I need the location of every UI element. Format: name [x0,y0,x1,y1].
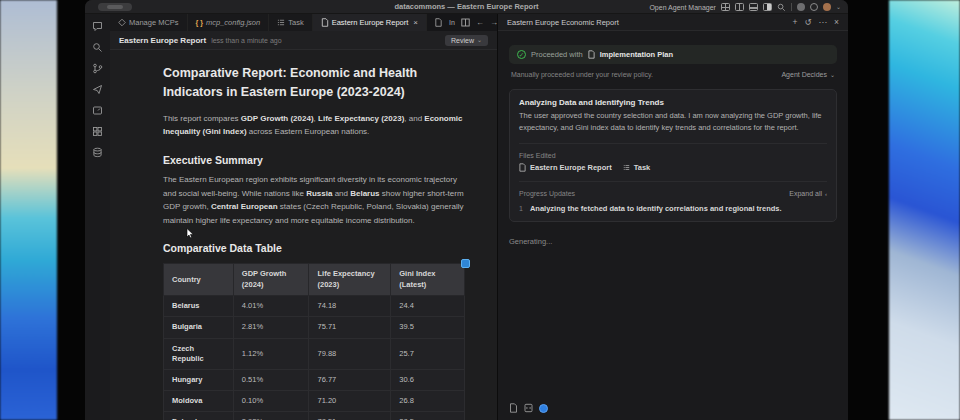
database-icon[interactable] [92,147,103,158]
tab-label: Eastern Europe Report [332,18,409,27]
file-chip-report[interactable]: Eastern Europe Report [519,163,612,172]
document-viewport[interactable]: Comparative Report: Economic and Health … [110,50,497,420]
implementation-plan-link[interactable]: Implementation Plan [600,50,673,59]
agent-panel-header: Eastern Europe Economic Report + ↺ ⋯ × [498,14,848,31]
send-agent-icon[interactable] [92,84,103,95]
inline-toggle[interactable]: In [449,19,455,26]
customize-layout-icon[interactable] [721,3,730,11]
table-row: Hungary0.51%76.7730.6 [164,369,465,390]
agent-decides-label: Agent Decides [781,71,827,78]
agent-panel-body: ✓ Proceeded with Implementation Plan Man… [498,31,848,403]
tab-label: Task [288,18,303,27]
extensions-icon[interactable] [92,126,103,137]
open-file-icon[interactable] [434,18,443,27]
check-icon: ✓ [517,50,526,59]
plan-file-icon [588,50,595,59]
attach-file-icon[interactable] [509,403,518,413]
policy-row: Manually proceeded under your review pol… [511,71,835,78]
analysis-card: Analyzing Data and Identifying Trends Th… [509,89,837,222]
progress-updates-row: Progress Updates Expand all ‹ [519,181,827,197]
expand-all-label: Expand all [789,190,822,197]
progress-item-number: 1 [519,205,523,212]
tab-close-icon[interactable]: × [413,18,418,27]
editor-area: Manage MCPs { } mcp_config.json Task Eas… [110,14,497,420]
tab-manage-mcps[interactable]: Manage MCPs [110,14,188,31]
titlebar-divider [791,3,792,11]
open-agent-manager-button[interactable]: Open Agent Manager [649,4,716,11]
account-badge-icon[interactable] [797,3,805,11]
toggle-panel-icon[interactable] [749,3,758,11]
progress-item-text: Analyzing the fetched data to identify c… [530,204,782,213]
proceeded-card[interactable]: ✓ Proceeded with Implementation Plan [509,45,837,64]
history-icon[interactable]: ↺ [804,17,811,27]
comparative-table-wrap: Country GDP Growth (2024) Life Expectanc… [163,263,465,420]
tab-task[interactable]: Task [269,14,312,31]
document-info-bar: Eastern Europe Report less than a minute… [110,31,497,50]
expand-all-button[interactable]: Expand all ‹ [789,190,827,197]
tab-label: Manage MCPs [129,18,179,27]
new-session-icon[interactable]: + [792,17,797,27]
preview-window-icon[interactable] [92,105,103,116]
activity-bar [85,14,110,420]
policy-text: Manually proceeded under your review pol… [511,71,653,78]
tab-label: mcp_config.json [206,18,260,27]
file-chip-label: Task [634,163,651,172]
table-row: Bulgaria2.81%75.7139.5 [164,317,465,338]
document-title: Eastern Europe Report [119,36,206,45]
mcp-icon [118,18,126,27]
split-editor-right-icon[interactable] [461,18,470,27]
review-label: Review [451,37,474,44]
report-document: Comparative Report: Economic and Health … [110,50,497,420]
table-row: Poland2.92%78.5128.5 [164,412,465,420]
col-country: Country [164,264,234,296]
navigate-back-icon[interactable]: ← [476,18,484,27]
document-timestamp: less than a minute ago [211,37,281,44]
settings-badge-icon[interactable] [810,3,818,11]
agent-panel-footer [498,403,848,420]
agent-panel: Eastern Europe Economic Report + ↺ ⋯ × ✓… [497,14,848,420]
split-editor-icon[interactable] [735,3,744,11]
agent-decides-chevron-icon: ⌄ [830,72,835,78]
file-chip-task[interactable]: Task [623,163,651,172]
toggle-secondary-sidebar-icon[interactable] [763,3,772,11]
titlebar: datacommons — Eastern Europe Report Open… [85,0,848,14]
files-edited-label: Files Edited [519,143,827,159]
agent-decides-dropdown[interactable]: Agent Decides ⌄ [781,71,835,78]
files-edited-row: Eastern Europe Report Task [519,163,827,172]
app-window: datacommons — Eastern Europe Report Open… [85,0,848,420]
progress-item: 1 Analyzing the fetched data to identify… [519,204,827,213]
report-title: Comparative Report: Economic and Health … [163,64,465,103]
expand-all-chevron-icon: ‹ [825,191,827,197]
search-sidebar-icon[interactable] [92,42,103,53]
chat-icon[interactable] [92,21,103,32]
user-avatar[interactable] [823,3,831,11]
exec-summary-heading: Executive Summary [163,154,465,166]
col-gdp: GDP Growth (2024) [233,264,309,296]
panel-close-icon[interactable]: × [834,17,839,27]
col-gini: Gini Index (Latest) [391,264,465,296]
agent-panel-title: Eastern Europe Economic Report [507,18,619,27]
tab-eastern-europe-report[interactable]: Eastern Europe Report × [313,14,427,31]
table-row: Czech Republic1.12%79.8825.7 [164,338,465,369]
source-control-icon[interactable] [92,63,103,74]
file-chip-label: Eastern Europe Report [530,163,612,172]
tab-mcp-config[interactable]: { } mcp_config.json [188,14,270,31]
panel-more-icon[interactable]: ⋯ [819,17,828,27]
table-row: Belarus4.01%74.1824.4 [164,296,465,317]
ai-edit-badge-icon[interactable] [461,259,470,268]
code-block-icon[interactable] [524,403,533,413]
search-icon[interactable] [777,3,786,12]
datacommons-icon[interactable] [539,404,548,413]
desktop: datacommons — Eastern Europe Report Open… [0,0,960,420]
review-chevron-icon: ⌄ [477,37,482,43]
proceeded-label: Proceeded with [531,50,583,59]
tab-bar: Manage MCPs { } mcp_config.json Task Eas… [110,14,497,31]
file-icon [519,163,526,172]
desktop-wallpaper-left [0,0,57,420]
col-life: Life Expectancy (2023) [309,264,391,296]
data-table-heading: Comparative Data Table [163,242,465,254]
mouse-cursor [186,228,194,239]
desktop-wallpaper-right [889,0,960,420]
avatar-chevron-icon[interactable]: ⌄ [836,4,841,10]
review-button[interactable]: Review ⌄ [445,35,488,46]
